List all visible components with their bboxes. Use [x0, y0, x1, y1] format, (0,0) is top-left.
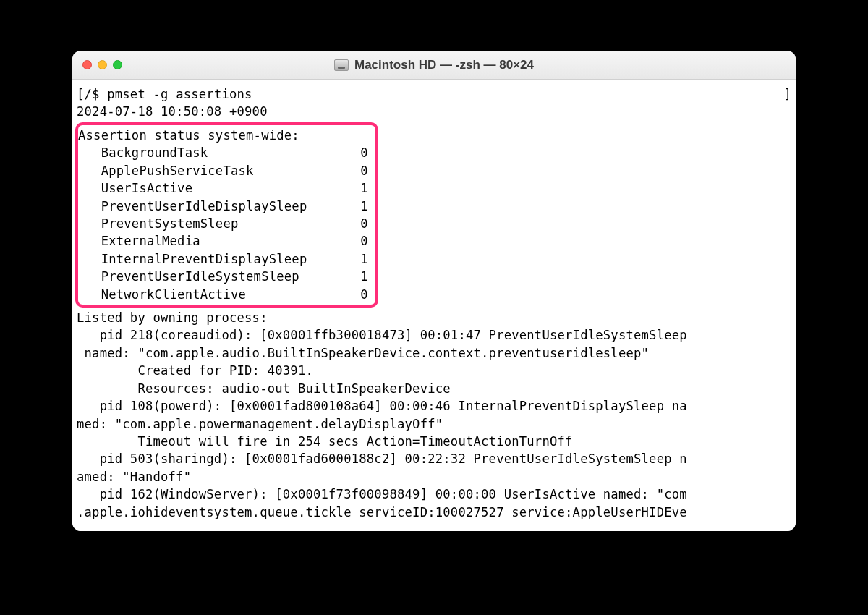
prompt-line: [/$ pmset -g assertions]: [77, 85, 791, 103]
output-line: .apple.iohideventsystem.queue.tickle ser…: [77, 504, 791, 521]
output-line: pid 218(coreaudiod): [0x0001ffb300018473…: [77, 326, 791, 344]
assertion-row: UserIsActive 1: [78, 179, 368, 197]
close-icon[interactable]: [82, 60, 92, 69]
output-line: Created for PID: 40391.: [77, 362, 791, 379]
output-line: pid 162(WindowServer): [0x0001f73f000988…: [77, 485, 791, 503]
output-line: amed: "Handoff": [77, 468, 791, 485]
zoom-icon[interactable]: [113, 60, 122, 69]
assertion-row: ApplePushServiceTask 0: [78, 162, 368, 179]
window-title-group: Macintosh HD — -zsh — 80×24: [334, 58, 534, 72]
prompt-left-bracket: [: [77, 87, 85, 101]
disk-icon: [334, 59, 349, 71]
listed-header: Listed by owning process:: [77, 309, 791, 326]
assertion-row: PreventUserIdleSystemSleep 1: [78, 268, 368, 285]
output-line: Resources: audio-out BuiltInSpeakerDevic…: [77, 380, 791, 397]
assertion-row: InternalPreventDisplaySleep 1: [78, 250, 368, 268]
output-line: pid 503(sharingd): [0x0001fad6000188c2] …: [77, 450, 791, 467]
assertion-highlight-box: Assertion status system-wide: Background…: [75, 122, 378, 308]
output-line: pid 108(powerd): [0x0001fad800108a64] 00…: [77, 397, 791, 415]
assertion-row: PreventUserIdleDisplaySleep 1: [78, 198, 368, 215]
timestamp-line: 2024-07-18 10:50:08 +0900: [77, 103, 791, 120]
assertion-row: BackgroundTask 0: [78, 144, 368, 161]
output-line: Timeout will fire in 254 secs Action=Tim…: [77, 433, 791, 450]
prompt-right-bracket: ]: [783, 85, 791, 103]
prompt-path: /$: [85, 87, 108, 101]
titlebar[interactable]: Macintosh HD — -zsh — 80×24: [72, 51, 796, 80]
prompt-command: pmset -g assertions: [107, 87, 252, 101]
assertion-row: ExternalMedia 0: [78, 232, 368, 250]
traffic-lights: [82, 60, 122, 69]
minimize-icon[interactable]: [98, 60, 107, 69]
assertion-row: NetworkClientActive 0: [78, 286, 368, 303]
assertion-header: Assertion status system-wide:: [78, 127, 368, 144]
assertion-list: BackgroundTask 0 ApplePushServiceTask 0 …: [78, 144, 368, 303]
assertion-row: PreventSystemSleep 0: [78, 215, 368, 232]
terminal-body[interactable]: [/$ pmset -g assertions]2024-07-18 10:50…: [72, 80, 796, 531]
output-line: named: "com.apple.audio.BuiltInSpeakerDe…: [77, 344, 791, 362]
terminal-window: Macintosh HD — -zsh — 80×24 [/$ pmset -g…: [72, 51, 796, 531]
window-title: Macintosh HD — -zsh — 80×24: [354, 58, 534, 72]
output-line: med: "com.apple.powermanagement.delayDis…: [77, 415, 791, 433]
